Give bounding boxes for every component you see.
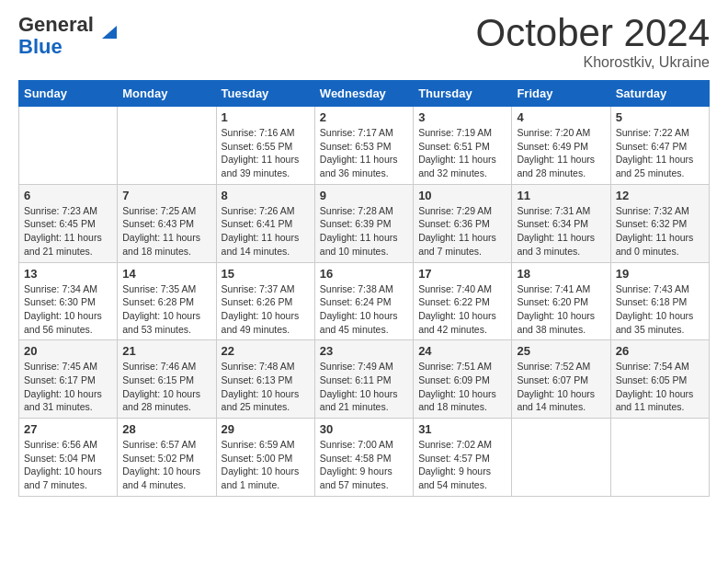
- calendar-cell: 31Sunrise: 7:02 AMSunset: 4:57 PMDayligh…: [414, 419, 512, 497]
- calendar-cell: 20Sunrise: 7:45 AMSunset: 6:17 PMDayligh…: [19, 340, 118, 419]
- day-info: Sunrise: 7:23 AMSunset: 6:45 PMDaylight:…: [24, 204, 112, 259]
- day-info: Sunrise: 6:56 AMSunset: 5:04 PMDaylight:…: [24, 438, 112, 492]
- calendar-cell: 6Sunrise: 7:23 AMSunset: 6:45 PMDaylight…: [19, 184, 118, 262]
- page: General Blue October 2024 Khorostkiv, Uk…: [0, 0, 728, 511]
- day-info: Sunrise: 7:43 AMSunset: 6:18 PMDaylight:…: [616, 282, 704, 337]
- day-number: 13: [24, 267, 112, 281]
- day-info: Sunrise: 6:59 AMSunset: 5:00 PMDaylight:…: [222, 438, 310, 492]
- calendar-cell: 1Sunrise: 7:16 AMSunset: 6:55 PMDaylight…: [216, 107, 314, 185]
- day-number: 18: [517, 267, 605, 281]
- day-number: 26: [616, 344, 704, 358]
- logo: General Blue: [18, 14, 117, 58]
- day-info: Sunrise: 7:34 AMSunset: 6:30 PMDaylight:…: [24, 282, 112, 337]
- logo-blue: Blue: [18, 35, 63, 58]
- day-info: Sunrise: 7:00 AMSunset: 4:58 PMDaylight:…: [320, 438, 408, 492]
- calendar-cell: 19Sunrise: 7:43 AMSunset: 6:18 PMDayligh…: [610, 262, 709, 340]
- day-number: 7: [122, 189, 210, 202]
- day-info: Sunrise: 7:17 AMSunset: 6:53 PMDaylight:…: [320, 126, 408, 180]
- calendar-cell: 21Sunrise: 7:46 AMSunset: 6:15 PMDayligh…: [118, 340, 216, 419]
- header: General Blue October 2024 Khorostkiv, Uk…: [18, 14, 710, 71]
- day-info: Sunrise: 7:20 AMSunset: 6:49 PMDaylight:…: [517, 126, 605, 180]
- day-info: Sunrise: 7:22 AMSunset: 6:47 PMDaylight:…: [616, 126, 704, 180]
- day-info: Sunrise: 7:51 AMSunset: 6:09 PMDaylight:…: [418, 360, 506, 414]
- weekday-header: Sunday: [19, 81, 118, 107]
- calendar-cell: [118, 107, 216, 185]
- day-info: Sunrise: 7:46 AMSunset: 6:15 PMDaylight:…: [122, 360, 210, 414]
- day-number: 29: [222, 422, 310, 436]
- weekday-header: Wednesday: [314, 81, 413, 107]
- day-number: 27: [24, 422, 112, 436]
- location: Khorostkiv, Ukraine: [475, 54, 710, 71]
- day-number: 6: [24, 189, 112, 202]
- calendar-week-row: 6Sunrise: 7:23 AMSunset: 6:45 PMDaylight…: [19, 184, 710, 262]
- calendar-cell: 5Sunrise: 7:22 AMSunset: 6:47 PMDaylight…: [610, 107, 709, 185]
- day-number: 25: [517, 344, 605, 358]
- calendar-cell: 17Sunrise: 7:40 AMSunset: 6:22 PMDayligh…: [414, 262, 512, 340]
- day-number: 24: [418, 344, 506, 358]
- day-info: Sunrise: 7:28 AMSunset: 6:39 PMDaylight:…: [320, 204, 408, 259]
- calendar-cell: 10Sunrise: 7:29 AMSunset: 6:36 PMDayligh…: [414, 184, 512, 262]
- calendar-cell: 12Sunrise: 7:32 AMSunset: 6:32 PMDayligh…: [610, 184, 709, 262]
- day-number: 15: [222, 267, 310, 281]
- calendar-cell: 30Sunrise: 7:00 AMSunset: 4:58 PMDayligh…: [314, 419, 413, 497]
- calendar-cell: [512, 419, 610, 497]
- day-number: 21: [122, 344, 210, 358]
- day-number: 16: [320, 267, 408, 281]
- day-info: Sunrise: 7:37 AMSunset: 6:26 PMDaylight:…: [222, 282, 310, 337]
- logo-general: General: [18, 13, 94, 36]
- calendar-cell: 8Sunrise: 7:26 AMSunset: 6:41 PMDaylight…: [216, 184, 314, 262]
- day-number: 22: [222, 344, 310, 358]
- calendar-cell: 9Sunrise: 7:28 AMSunset: 6:39 PMDaylight…: [314, 184, 413, 262]
- calendar-cell: 22Sunrise: 7:48 AMSunset: 6:13 PMDayligh…: [216, 340, 314, 419]
- svg-marker-0: [102, 26, 117, 39]
- day-number: 30: [320, 422, 408, 436]
- day-info: Sunrise: 7:52 AMSunset: 6:07 PMDaylight:…: [517, 360, 605, 414]
- weekday-header: Monday: [118, 81, 216, 107]
- day-info: Sunrise: 7:32 AMSunset: 6:32 PMDaylight:…: [616, 204, 704, 259]
- weekday-header: Thursday: [414, 81, 512, 107]
- day-number: 1: [222, 110, 310, 124]
- day-number: 8: [222, 189, 310, 202]
- day-number: 20: [24, 344, 112, 358]
- calendar-cell: 15Sunrise: 7:37 AMSunset: 6:26 PMDayligh…: [216, 262, 314, 340]
- day-info: Sunrise: 7:38 AMSunset: 6:24 PMDaylight:…: [320, 282, 408, 337]
- day-number: 2: [320, 110, 408, 124]
- weekday-header: Tuesday: [216, 81, 314, 107]
- calendar-week-row: 27Sunrise: 6:56 AMSunset: 5:04 PMDayligh…: [19, 419, 710, 497]
- day-info: Sunrise: 7:19 AMSunset: 6:51 PMDaylight:…: [418, 126, 506, 180]
- day-number: 31: [418, 422, 506, 436]
- day-number: 19: [616, 267, 704, 281]
- day-info: Sunrise: 7:29 AMSunset: 6:36 PMDaylight:…: [418, 204, 506, 259]
- calendar-header-row: SundayMondayTuesdayWednesdayThursdayFrid…: [19, 81, 710, 107]
- day-number: 14: [122, 267, 210, 281]
- month-title: October 2024: [475, 14, 710, 52]
- day-info: Sunrise: 7:35 AMSunset: 6:28 PMDaylight:…: [122, 282, 210, 337]
- day-number: 5: [616, 110, 704, 124]
- calendar-cell: 3Sunrise: 7:19 AMSunset: 6:51 PMDaylight…: [414, 107, 512, 185]
- day-number: 23: [320, 344, 408, 358]
- calendar-cell: 27Sunrise: 6:56 AMSunset: 5:04 PMDayligh…: [19, 419, 118, 497]
- weekday-header: Saturday: [610, 81, 709, 107]
- day-info: Sunrise: 7:02 AMSunset: 4:57 PMDaylight:…: [418, 438, 506, 492]
- calendar-cell: 25Sunrise: 7:52 AMSunset: 6:07 PMDayligh…: [512, 340, 610, 419]
- logo-text: General Blue: [18, 14, 94, 58]
- weekday-header: Friday: [512, 81, 610, 107]
- calendar: SundayMondayTuesdayWednesdayThursdayFrid…: [18, 80, 710, 497]
- calendar-cell: 2Sunrise: 7:17 AMSunset: 6:53 PMDaylight…: [314, 107, 413, 185]
- day-info: Sunrise: 7:40 AMSunset: 6:22 PMDaylight:…: [418, 282, 506, 337]
- day-number: 3: [418, 110, 506, 124]
- day-info: Sunrise: 7:26 AMSunset: 6:41 PMDaylight:…: [222, 204, 310, 259]
- calendar-cell: 4Sunrise: 7:20 AMSunset: 6:49 PMDaylight…: [512, 107, 610, 185]
- calendar-week-row: 13Sunrise: 7:34 AMSunset: 6:30 PMDayligh…: [19, 262, 710, 340]
- day-info: Sunrise: 7:41 AMSunset: 6:20 PMDaylight:…: [517, 282, 605, 337]
- calendar-cell: [19, 107, 118, 185]
- calendar-week-row: 1Sunrise: 7:16 AMSunset: 6:55 PMDaylight…: [19, 107, 710, 185]
- calendar-cell: 11Sunrise: 7:31 AMSunset: 6:34 PMDayligh…: [512, 184, 610, 262]
- calendar-cell: 16Sunrise: 7:38 AMSunset: 6:24 PMDayligh…: [314, 262, 413, 340]
- calendar-cell: 24Sunrise: 7:51 AMSunset: 6:09 PMDayligh…: [414, 340, 512, 419]
- day-info: Sunrise: 7:16 AMSunset: 6:55 PMDaylight:…: [222, 126, 310, 180]
- day-number: 10: [418, 189, 506, 202]
- day-info: Sunrise: 7:31 AMSunset: 6:34 PMDaylight:…: [517, 204, 605, 259]
- day-info: Sunrise: 7:45 AMSunset: 6:17 PMDaylight:…: [24, 360, 112, 414]
- day-number: 4: [517, 110, 605, 124]
